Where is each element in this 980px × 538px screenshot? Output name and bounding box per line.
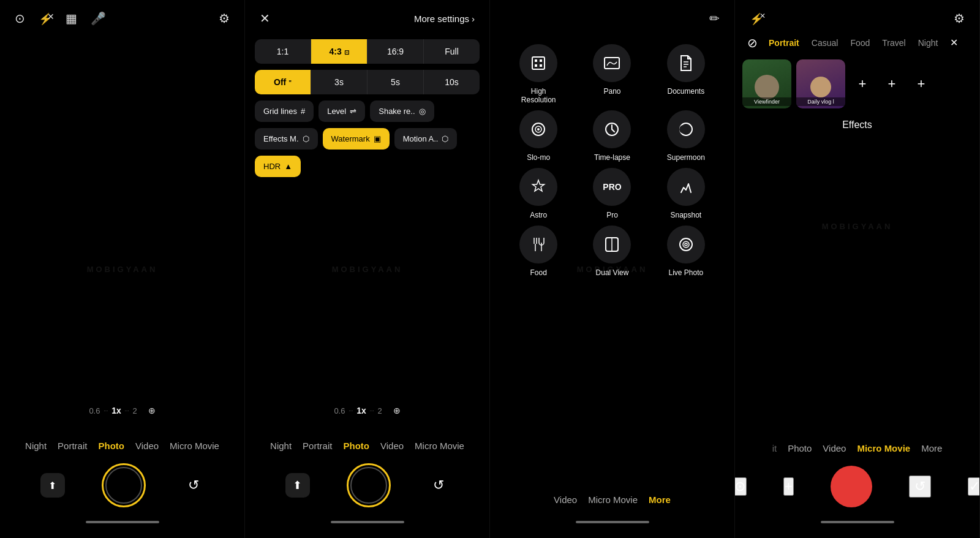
mode-micromovie[interactable]: Micro Movie [170,441,219,451]
mode2-night[interactable]: Night [270,441,292,451]
flash-off-icon[interactable]: ⚡✕ [39,12,52,26]
documents-icon [667,44,705,82]
mode-livephoto[interactable]: Live Photo [652,225,720,277]
mode-night[interactable]: Night [25,441,47,451]
timer-5s[interactable]: 5s [367,70,423,94]
settings-icon-4[interactable]: ⚙ [954,11,965,26]
gallery-btn-2[interactable]: ⬆ [285,473,310,498]
filter-casual[interactable]: Casual [805,33,845,53]
live-photo-icon[interactable]: ▦ [66,11,77,26]
hdr-btn[interactable]: HDR ▲ [255,156,301,177]
zoom2-0.6[interactable]: 0.6 [334,406,345,415]
settings-icon[interactable]: ⚙ [219,11,230,26]
panel2-header: ✕ More settings › [245,0,489,32]
filter-travel[interactable]: Travel [876,33,911,53]
ratio-1-1[interactable]: 1:1 [255,39,311,64]
mode2-micromovie[interactable]: Micro Movie [415,441,464,451]
mode2-portrait[interactable]: Portrait [303,441,332,451]
cancel-filter-btn[interactable]: ⊘ [742,33,763,53]
supermoon-label: Supermoon [667,153,705,162]
confirm-btn-4[interactable]: ✓ [968,477,980,496]
motion-assist-btn[interactable]: Motion A.. ⬡ [394,128,458,150]
mode-dualview[interactable]: Dual View [578,225,646,277]
focus-icon[interactable]: ⊙ [15,11,25,26]
mode-astro[interactable]: Astro [505,168,572,219]
timer-3s[interactable]: 3s [311,70,367,94]
zoom2-2x[interactable]: 2 [377,406,382,415]
effects-mode-btn[interactable]: Effects M. ⬡ [255,128,318,150]
flash-off-icon-4[interactable]: ⚡✕ [750,12,763,26]
home-indicator-2 [331,521,404,523]
shutter-btn-2[interactable] [347,463,391,507]
mode3-micromovie[interactable]: Micro Movie [588,494,638,505]
thumb-daily-label: Daily vlog l [796,97,845,106]
svg-rect-4 [540,64,542,67]
watermark-btn[interactable]: Watermark ▣ [323,128,390,150]
edit-icon[interactable]: ✏ [709,11,720,26]
ratio-4-3[interactable]: 4:3 ⊡ [311,39,367,64]
zoom-1x[interactable]: 1x [111,406,121,415]
zoom-2x[interactable]: 2 [132,406,137,415]
mode-portrait[interactable]: Portrait [58,441,87,451]
filter-portrait[interactable]: Portrait [763,33,805,53]
shutter-btn-1[interactable] [102,463,146,507]
thumb-viewfinder[interactable]: Viewfinder [742,59,791,108]
mode2-video[interactable]: Video [380,441,404,451]
mode-pano[interactable]: Pano [578,44,646,104]
back-btn-4[interactable]: ⊙ [735,477,747,496]
add-filter-3[interactable]: + [909,76,933,92]
astro-label: Astro [530,211,547,219]
close-btn[interactable]: ✕ [260,11,270,26]
grid-lines-btn[interactable]: Grid lines # [255,100,314,122]
mode4-micromovie[interactable]: Micro Movie [857,443,910,453]
timer-10s[interactable]: 10s [423,70,480,94]
mode4-photo[interactable]: Photo [788,443,812,453]
mode-photo[interactable]: Photo [98,441,124,451]
filter-night[interactable]: Night [912,33,944,53]
shake-reduce-btn[interactable]: Shake re.. ◎ [370,100,434,122]
level-btn[interactable]: Level ⇌ [318,100,365,122]
mode4-more[interactable]: More [921,443,942,453]
svg-rect-0 [532,57,545,69]
slomo-icon [519,110,557,148]
mode-snapshot[interactable]: Snapshot [652,168,720,219]
mode-supermoon[interactable]: Supermoon [652,110,720,162]
mode4-video[interactable]: Video [823,443,846,453]
thumb-dailyvlog[interactable]: Daily vlog l [796,59,845,108]
filter-food[interactable]: Food [844,33,876,53]
mode-food[interactable]: Food [505,225,572,277]
mode-video[interactable]: Video [135,441,159,451]
ratio-full[interactable]: Full [423,39,480,64]
svg-point-15 [679,125,688,134]
flip-camera-btn-2[interactable]: ↺ [428,474,450,496]
add-filter-2[interactable]: + [880,76,904,92]
zoom2-1x[interactable]: 1x [356,406,366,415]
mode4-portrait[interactable]: it [772,443,777,453]
mode-high-res[interactable]: HighResolution [505,44,572,104]
flip-camera-btn-1[interactable]: ↺ [183,474,205,496]
zoom-0.6[interactable]: 0.6 [89,406,100,415]
zoom-icon[interactable]: ⊕ [148,406,156,415]
more-settings-link[interactable]: More settings › [414,13,475,24]
mode-pro[interactable]: PRO Pro [578,168,646,219]
record-btn-4[interactable] [831,466,872,507]
timer-off[interactable]: Off " [255,70,311,94]
close-filter-btn[interactable]: ✕ [944,32,964,53]
snapshot-label: Snapshot [670,211,701,219]
mode-timelapse[interactable]: Time-lapse [578,110,646,162]
mode3-video[interactable]: Video [554,494,577,505]
gallery-btn-1[interactable]: ⬆ [40,473,65,498]
snapshot-icon [667,168,705,206]
mode-slomo[interactable]: Slo-mo [505,110,572,162]
ratio-16-9[interactable]: 16:9 [367,39,423,64]
mode3-more[interactable]: More [649,494,671,505]
add-btn-4[interactable]: + [783,477,794,496]
thumb-viewfinder-label: Viewfinder [742,97,791,106]
mode-documents[interactable]: Documents [652,44,720,104]
mode-selector-4: it Photo Video Micro Movie More [772,443,943,453]
mic-off-icon[interactable]: 🎤 [91,11,106,26]
mode2-photo[interactable]: Photo [343,441,369,451]
add-filter-1[interactable]: + [850,76,875,92]
zoom2-icon[interactable]: ⊕ [393,406,401,415]
flip-btn-4[interactable]: ↺ [909,475,931,498]
